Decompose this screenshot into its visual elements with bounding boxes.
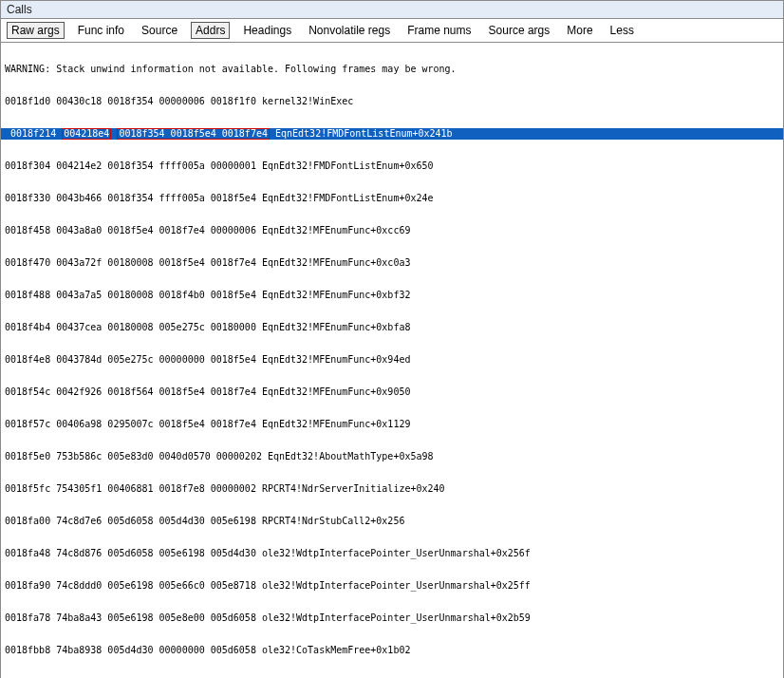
tab-raw-args[interactable]: Raw args (7, 22, 65, 39)
calls-content[interactable]: WARNING: Stack unwind information not av… (1, 43, 783, 678)
sel-col1: 0018f214 (5, 128, 62, 139)
calls-row[interactable]: 0018fa90 74c8ddd0 005e6198 005e66c0 005e… (1, 580, 783, 592)
tab-source[interactable]: Source (138, 23, 181, 38)
calls-warning: WARNING: Stack unwind information not av… (1, 64, 783, 75)
tab-headings[interactable]: Headings (239, 23, 295, 38)
tab-frame-nums[interactable]: Frame nums (403, 23, 475, 38)
calls-row-selected[interactable]: 0018f214 004218e4 0018f354 0018f5e4 0018… (1, 128, 783, 140)
calls-row[interactable]: 0018f5fc 754305f1 00406881 0018f7e8 0000… (1, 483, 783, 495)
tab-func-info[interactable]: Func info (74, 23, 128, 38)
calls-row[interactable]: 0018f5e0 753b586c 005e83d0 0040d0570 000… (1, 451, 783, 462)
calls-row[interactable]: 0018f470 0043a72f 00180008 0018f5e4 0018… (1, 257, 783, 269)
calls-pane: Calls Raw args Func info Source Addrs He… (0, 0, 784, 678)
calls-tabbar: Raw args Func info Source Addrs Headings… (1, 19, 783, 43)
calls-row[interactable]: 0018f330 0043b466 0018f354 ffff005a 0018… (1, 193, 783, 204)
tab-nonvolatile[interactable]: Nonvolatile regs (305, 23, 394, 38)
calls-row[interactable]: 0018f57c 00406a98 0295007c 0018f5e4 0018… (1, 419, 783, 430)
highlight-addr-2: 0018f354 0018f5e4 0018f7e4 (117, 128, 270, 140)
calls-row[interactable]: 0018f54c 0042f926 0018f564 0018f5e4 0018… (1, 386, 783, 398)
calls-row[interactable]: 0018fa78 74ba8a43 005e6198 005e8e00 005d… (1, 612, 783, 624)
calls-row[interactable]: 0018f304 004214e2 0018f354 ffff005a 0000… (1, 160, 783, 172)
tab-more[interactable]: More (563, 23, 596, 38)
tab-source-args[interactable]: Source args (485, 23, 554, 38)
calls-row[interactable]: 0018f4b4 00437cea 00180008 005e275c 0018… (1, 322, 783, 333)
highlight-addr-1: 004218e4 (62, 128, 111, 140)
calls-row[interactable]: 0018f4e8 0043784d 005e275c 00000000 0018… (1, 354, 783, 366)
calls-row[interactable]: 0018f458 0043a8a0 0018f5e4 0018f7e4 0000… (1, 225, 783, 236)
calls-row[interactable]: 0018fa00 74c8d7e6 005d6058 005d4d30 005e… (1, 516, 783, 527)
calls-pane-title: Calls (1, 1, 783, 19)
calls-row[interactable]: 0018f488 0043a7a5 00180008 0018f4b0 0018… (1, 290, 783, 301)
sel-func: EqnEdt32!FMDFontListEnum+0x241b (270, 128, 453, 139)
calls-row[interactable]: 0018f1d0 00430c18 0018f354 00000006 0018… (1, 96, 783, 107)
calls-row[interactable]: 0018fbb8 74ba8938 005d4d30 00000000 005d… (1, 645, 783, 656)
calls-row[interactable]: 0018fa48 74c8d876 005d6058 005e6198 005d… (1, 548, 783, 559)
tab-addrs[interactable]: Addrs (191, 22, 230, 39)
tab-less[interactable]: Less (607, 23, 638, 38)
